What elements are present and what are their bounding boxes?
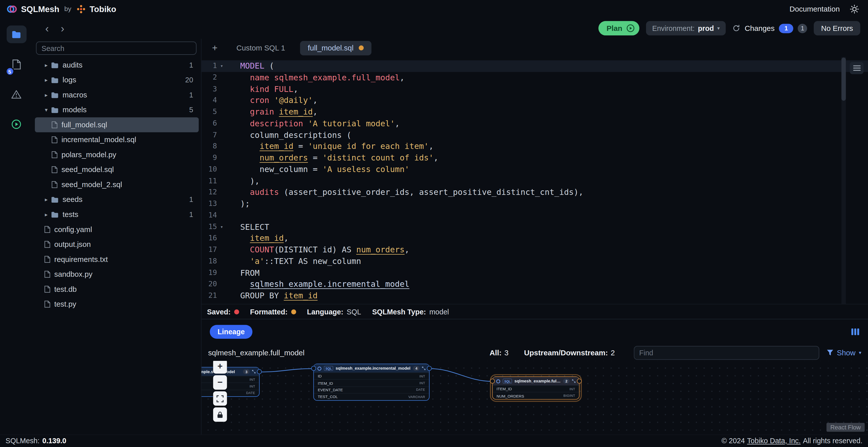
fold-spacer bbox=[217, 106, 226, 118]
tree-file-sandbox.py[interactable]: sandbox.py bbox=[35, 267, 199, 282]
lineage-canvas[interactable]: SQLsqlmesh_example.seed_model3IDINTITEM_… bbox=[202, 361, 868, 434]
editor-menu-button[interactable] bbox=[850, 62, 864, 74]
code-line[interactable]: 8 item_id = 'unique id for each item', bbox=[202, 140, 868, 152]
play-circle-icon bbox=[626, 24, 635, 33]
brand-by: by bbox=[64, 5, 71, 13]
tab-custom-sql-1[interactable]: Custom SQL 1 bbox=[228, 41, 293, 55]
tree-folder-seeds[interactable]: ▸seeds1 bbox=[35, 192, 199, 207]
code-line[interactable]: 17 COUNT(DISTINCT id) AS num_orders, bbox=[202, 244, 868, 256]
tree-item-label: audits bbox=[63, 61, 189, 69]
add-tab-button[interactable]: + bbox=[208, 42, 221, 54]
tree-file-seed_model.sql[interactable]: seed_model.sql bbox=[35, 162, 199, 177]
tree-file-requirements.txt[interactable]: requirements.txt bbox=[35, 252, 199, 267]
tree-file-test.db[interactable]: test.db bbox=[35, 282, 199, 297]
expand-icon[interactable] bbox=[252, 370, 256, 374]
tree-folder-models[interactable]: ▾models5 bbox=[35, 102, 199, 118]
scrollbar-thumb[interactable] bbox=[841, 58, 846, 101]
code-line[interactable]: 20 sqlmesh_example.incremental_model bbox=[202, 279, 868, 290]
code-line[interactable]: 6 description 'A tutorial model', bbox=[202, 118, 868, 129]
fold-spacer bbox=[217, 187, 226, 198]
column-row[interactable]: EVENT_DATEDATE bbox=[202, 389, 259, 396]
show-dropdown[interactable]: Show ▾ bbox=[826, 348, 862, 357]
connection-handle-right[interactable] bbox=[257, 369, 262, 374]
theme-toggle-icon[interactable] bbox=[850, 4, 859, 13]
plan-button[interactable]: Plan bbox=[598, 21, 640, 35]
run-rail-button[interactable] bbox=[6, 115, 26, 133]
code-line[interactable]: 11 ), bbox=[202, 175, 868, 187]
lineage-tab[interactable]: Lineage bbox=[210, 325, 252, 339]
code-line[interactable]: 16 item_id, bbox=[202, 232, 868, 244]
code-line[interactable]: 19FROM bbox=[202, 267, 868, 279]
docs-rail-button[interactable]: 5 bbox=[6, 55, 26, 73]
tree-file-full_model.sql[interactable]: full_model.sql bbox=[35, 117, 199, 132]
column-row[interactable]: ITEM_IDINT bbox=[314, 379, 429, 386]
zoom-in-button[interactable]: + bbox=[213, 361, 227, 374]
tree-file-polars_model.py[interactable]: polars_model.py bbox=[35, 147, 199, 162]
column-row[interactable]: ITEM_IDINT bbox=[202, 383, 259, 389]
environment-selector[interactable]: Environment: prod ▾ bbox=[646, 21, 726, 35]
tobiko-data-link[interactable]: Tobiko Data, Inc. bbox=[747, 437, 800, 445]
code-line[interactable]: 14 bbox=[202, 210, 868, 221]
editor-scrollbar[interactable] bbox=[841, 57, 846, 304]
columns-layout-icon[interactable] bbox=[851, 328, 860, 336]
expand-icon[interactable] bbox=[422, 366, 426, 370]
code-line[interactable]: 21GROUP BY item_id bbox=[202, 290, 868, 301]
column-row[interactable]: ITEM_IDINT bbox=[493, 385, 579, 392]
zoom-out-button[interactable]: − bbox=[213, 375, 227, 389]
code-line[interactable]: 1▾MODEL ( bbox=[202, 60, 868, 72]
lineage-node-seed-model[interactable]: SQLsqlmesh_example.seed_model3IDINTITEM_… bbox=[202, 367, 259, 397]
column-row[interactable]: NUM_ORDERSBIGINT bbox=[493, 392, 579, 399]
line-number: 2 bbox=[202, 72, 217, 84]
code-line[interactable]: 18 'a'::TEXT AS new_column bbox=[202, 256, 868, 267]
code-line[interactable]: 7 column_descriptions ( bbox=[202, 129, 868, 141]
column-row[interactable]: TEST_COLVARCHAR bbox=[314, 393, 429, 400]
forward-button[interactable]: › bbox=[57, 23, 68, 33]
code-line[interactable]: 10 new_column = 'A useless column' bbox=[202, 164, 868, 175]
errors-rail-button[interactable] bbox=[6, 85, 26, 103]
tree-file-incremental_model.sql[interactable]: incremental_model.sql bbox=[35, 132, 199, 148]
lock-button[interactable] bbox=[213, 407, 227, 422]
changes-button[interactable]: Changes 1 1 bbox=[733, 24, 807, 33]
tree-file-test.py[interactable]: test.py bbox=[35, 296, 199, 312]
column-row[interactable]: EVENT_DATEDATE bbox=[314, 386, 429, 393]
code-line[interactable]: 15▾SELECT bbox=[202, 221, 868, 233]
connection-handle-left[interactable] bbox=[490, 379, 495, 384]
code-line[interactable]: 9 num_orders = 'distinct count of ids', bbox=[202, 152, 868, 164]
code-line[interactable]: 4 cron '@daily', bbox=[202, 95, 868, 106]
files-rail-button[interactable] bbox=[6, 25, 26, 43]
code-line[interactable]: 2 name sqlmesh_example.full_model, bbox=[202, 72, 868, 84]
tab-full-model-sql[interactable]: full_model.sql bbox=[300, 41, 371, 55]
column-row[interactable]: IDINT bbox=[202, 376, 259, 383]
fold-icon[interactable]: ▾ bbox=[217, 60, 226, 72]
code-editor[interactable]: 1▾MODEL (2 name sqlmesh_example.full_mod… bbox=[202, 57, 868, 304]
expand-icon[interactable] bbox=[572, 379, 576, 383]
code-line[interactable]: 12 audits (assert_positive_order_ids, as… bbox=[202, 187, 868, 198]
search-input[interactable] bbox=[36, 41, 196, 55]
column-type: BIGINT bbox=[563, 394, 575, 397]
tree-folder-macros[interactable]: ▸macros1 bbox=[35, 87, 199, 102]
tree-folder-logs[interactable]: ▸logs20 bbox=[35, 72, 199, 88]
saved-label: Saved: bbox=[207, 307, 230, 316]
lineage-node-incremental-model[interactable]: SQLsqlmesh_example.incremental_model4IDI… bbox=[313, 363, 430, 401]
fold-icon[interactable]: ▾ bbox=[217, 221, 226, 233]
tree-file-seed_model_2.sql[interactable]: seed_model_2.sql bbox=[35, 177, 199, 192]
documentation-link[interactable]: Documentation bbox=[789, 5, 840, 13]
code-line[interactable]: 5 grain item_id, bbox=[202, 106, 868, 118]
code-line[interactable]: 13); bbox=[202, 198, 868, 210]
code-line[interactable]: 3 kind FULL, bbox=[202, 84, 868, 95]
errors-status[interactable]: No Errors bbox=[814, 21, 861, 35]
column-row[interactable]: IDINT bbox=[314, 373, 429, 379]
lineage-node-full-model[interactable]: SQLsqlmesh_example.full_model2ITEM_IDINT… bbox=[492, 377, 580, 400]
tree-folder-audits[interactable]: ▸audits1 bbox=[35, 58, 199, 72]
brand-name: SQLMesh bbox=[21, 4, 59, 13]
tree-file-output.json[interactable]: output.json bbox=[35, 237, 199, 252]
tree-file-config.yaml[interactable]: config.yaml bbox=[35, 222, 199, 237]
connection-handle-right[interactable] bbox=[427, 366, 432, 371]
back-button[interactable]: ‹ bbox=[41, 23, 53, 33]
connection-handle-right[interactable] bbox=[577, 379, 582, 384]
find-input[interactable] bbox=[634, 346, 819, 359]
tree-folder-tests[interactable]: ▸tests1 bbox=[35, 207, 199, 222]
fit-view-button[interactable] bbox=[213, 391, 227, 406]
connection-handle-left[interactable] bbox=[311, 366, 316, 371]
folder-icon bbox=[51, 211, 63, 218]
